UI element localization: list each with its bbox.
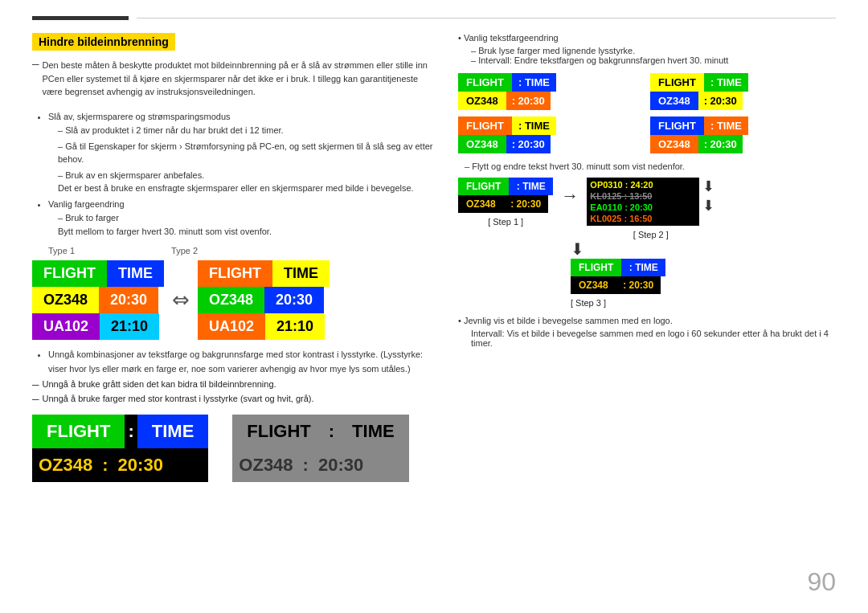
thick-line — [32, 16, 129, 20]
gray-note2: Unngå å bruke farger med stor kontrast i… — [43, 394, 314, 403]
steps-area: FLIGHT : TIME OZ348 : 20:30 [ Step 1 ] → — [458, 178, 836, 239]
bottom-panel-gray: FLIGHT : TIME OZ348 : 20:30 — [232, 415, 408, 482]
lr-arrow: ⇔ — [164, 288, 198, 313]
step2-row2: KL0125 : 13:50 — [590, 190, 696, 202]
page-number: 90 — [807, 567, 836, 597]
bp1-flight: FLIGHT — [32, 415, 125, 448]
step3-panel: FLIGHT : TIME OZ348 : 20:30 — [571, 259, 665, 294]
right-sub1-2: Intervall: Endre tekstfargen og bakgrunn… — [458, 55, 836, 65]
bp1-colon-space: : — [125, 415, 137, 448]
type2-val2: 21:10 — [265, 313, 325, 340]
right-panel-4: FLIGHT : TIME OZ348 : 20:30 — [650, 116, 836, 153]
step2-block: OP0310 : 24:20 KL0125 : 13:50 EA0110 : 2… — [587, 178, 714, 239]
type1-oz348: OZ348 — [32, 287, 99, 313]
sub-list-2: Bruk to farger Bytt mellom to farger hve… — [48, 211, 434, 238]
bp2-header: FLIGHT : TIME — [232, 415, 408, 448]
step2-label: [ Step 2 ] — [633, 230, 669, 239]
down-arrow-1: ⬇ — [702, 178, 714, 195]
right-panels-grid: FLIGHT : TIME OZ348 : 20:30 FLIGHT : TIM… — [458, 73, 836, 153]
bottom-panel-black: FLIGHT : TIME OZ348 : 20:30 — [32, 415, 208, 482]
step1-block: FLIGHT : TIME OZ348 : 20:30 [ Step 1 ] — [458, 178, 553, 227]
sub-item-1-2: Gå til Egenskaper for skjerm › Strømfors… — [58, 140, 434, 166]
step2-row4: KL0025 : 16:50 — [590, 213, 696, 224]
type1-row1: OZ348 20:30 — [32, 287, 164, 313]
step1-arrow-right: → — [561, 178, 579, 206]
bp2-data-row: OZ348 : 20:30 — [232, 448, 408, 482]
type1-ua102: UA102 — [32, 313, 100, 340]
type1-time-label: TIME — [107, 260, 164, 287]
thin-line — [137, 18, 836, 18]
top-decoration — [32, 16, 836, 20]
bp1-oz: OZ348 — [32, 448, 99, 482]
section-heading: Hindre bildeinnbrenning — [32, 33, 175, 51]
sub-item-2-1: Bruk to farger Bytt mellom to farger hve… — [58, 211, 434, 238]
type1-panel: FLIGHT TIME OZ348 20:30 UA102 21:10 — [32, 260, 164, 340]
bp1-val: 20:30 — [112, 448, 170, 482]
left-column: Hindre bildeinnbrenning ─ Den beste måte… — [32, 33, 434, 482]
step2-row1: OP0310 : 24:20 — [590, 179, 696, 190]
right-column: Vanlig tekstfargeendring Bruk lyse farge… — [458, 33, 836, 482]
step3-arrow-down: ⬇ — [571, 239, 584, 259]
step2-scrolling-panel: OP0310 : 24:20 KL0125 : 13:50 EA0110 : 2… — [587, 178, 699, 226]
right-bullet1: Vanlig tekstfargeendring — [458, 33, 836, 43]
bp2-flight: FLIGHT — [232, 415, 325, 448]
bp1-data-row: OZ348 : 20:30 — [32, 448, 208, 482]
right-panel-3: FLIGHT : TIME OZ348 : 20:30 — [458, 116, 644, 153]
type2-label: Type 2 — [171, 246, 198, 255]
sub-item-1-1: Slå av produktet i 2 timer når du har br… — [58, 124, 434, 137]
step1-label: [ Step 1 ] — [488, 217, 523, 227]
bp1-colon2: : — [99, 448, 111, 482]
avoid-item: Unngå kombinasjoner av tekstfarge og bak… — [48, 348, 434, 376]
gray-note1: Unngå å bruke grått siden det kan bidra … — [43, 379, 276, 389]
type2-flight-label: FLIGHT — [198, 260, 272, 287]
sub-item-1-3: Bruk av en skjermsparer anbefales. Det e… — [58, 169, 434, 195]
bullet-item-2: Vanlig fargeendring Bruk to farger Bytt … — [48, 198, 434, 239]
type2-header-row: FLIGHT TIME — [198, 260, 330, 287]
bp1-header: FLIGHT : TIME — [32, 415, 208, 448]
move-note: – Flytt og endre tekst hvert 30. minutt … — [458, 161, 836, 171]
type1-val1: 20:30 — [99, 287, 158, 313]
type2-panel: FLIGHT TIME OZ348 20:30 UA102 21:10 — [198, 260, 330, 340]
right-panel-2: FLIGHT : TIME OZ348 : 20:30 — [650, 73, 836, 110]
main-list: Slå av, skjermsparere og strømsparingsmo… — [32, 110, 434, 239]
page: Hindre bildeinnbrenning ─ Den beste måte… — [0, 0, 868, 613]
type2-row2: UA102 21:10 — [198, 313, 330, 340]
logo-note-2: Intervall: Vis et bilde i bevegelse samm… — [458, 329, 836, 348]
step3-area: ⬇ FLIGHT : TIME OZ348 : 20:30 [ Step 3 ] — [458, 239, 836, 308]
type2-time-label: TIME — [272, 260, 330, 287]
bp2-val: 20:30 — [312, 448, 370, 482]
down-arrows: ⬇ ⬇ — [702, 178, 714, 215]
logo-note-1: Jevnlig vis et bilde i bevegelse sammen … — [458, 316, 836, 325]
type2-oz348: OZ348 — [198, 287, 264, 313]
type-labels: Type 1 Type 2 — [32, 246, 434, 255]
type1-flight-label: FLIGHT — [32, 260, 107, 287]
right-panel-1: FLIGHT : TIME OZ348 : 20:30 — [458, 73, 644, 110]
avoid-list: Unngå kombinasjoner av tekstfarge og bak… — [32, 348, 434, 376]
bottom-panels: FLIGHT : TIME OZ348 : 20:30 FLIGHT : — [32, 415, 434, 482]
type2-row1: OZ348 20:30 — [198, 287, 330, 313]
content-area: Hindre bildeinnbrenning ─ Den beste måte… — [32, 33, 836, 482]
bp2-time: TIME — [338, 415, 409, 448]
bullet-item-1: Slå av, skjermsparere og strømsparingsmo… — [48, 110, 434, 195]
step1-panel: FLIGHT : TIME OZ348 : 20:30 — [458, 178, 553, 213]
bp2-oz: OZ348 — [232, 448, 299, 482]
right-sub1-1: Bruk lyse farger med lignende lysstyrke. — [458, 46, 836, 55]
bp1-time: TIME — [137, 415, 209, 448]
sub-list-1: Slå av produktet i 2 timer når du har br… — [48, 124, 434, 195]
down-arrow-2: ⬇ — [702, 197, 714, 215]
type2-ua102: UA102 — [198, 313, 265, 340]
step2-row3: EA0110 : 20:30 — [590, 202, 696, 213]
intro-para: Den beste måten å beskytte produktet mot… — [43, 59, 434, 99]
step3-label: [ Step 3 ] — [571, 298, 606, 308]
bp2-colon-space: : — [326, 415, 338, 448]
type1-label: Type 1 — [48, 246, 75, 255]
logo-notes: Jevnlig vis et bilde i bevegelse sammen … — [458, 316, 836, 348]
type1-header-row: FLIGHT TIME — [32, 260, 164, 287]
type1-val2: 21:10 — [100, 313, 159, 340]
type1-row2: UA102 21:10 — [32, 313, 164, 340]
type2-val1: 20:30 — [264, 287, 324, 313]
bp2-colon2: : — [300, 448, 312, 482]
